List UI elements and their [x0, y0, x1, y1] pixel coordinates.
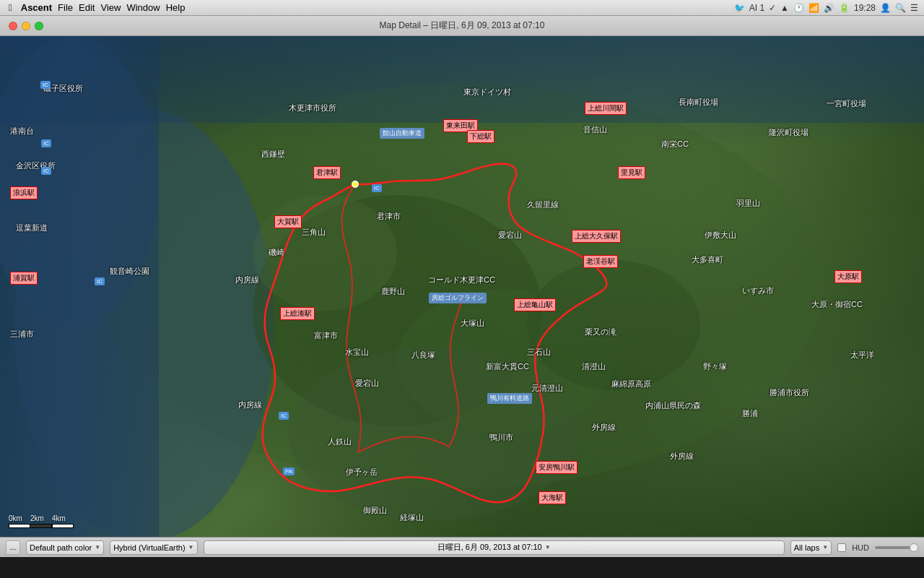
window-menu[interactable]: Window	[123, 2, 162, 13]
wifi-icon: ▲	[780, 3, 789, 13]
date-arrow: ▼	[545, 544, 551, 551]
twitter-icon: 🐦	[734, 3, 745, 13]
close-button[interactable]	[9, 22, 17, 30]
system-time: 19:28	[854, 3, 876, 13]
hud-label: HUD	[852, 543, 869, 552]
scale-0km: 0km	[9, 514, 30, 522]
laps-selector[interactable]: All laps ▼	[790, 540, 832, 555]
hud-slider[interactable]	[875, 546, 918, 549]
ai-indicator: AI 1	[749, 3, 764, 13]
dots-button[interactable]: ...	[6, 540, 20, 555]
map-type-selector[interactable]: Hybrid (VirtualEarth) ▼	[110, 540, 197, 555]
wifi-signal: 📶	[808, 3, 819, 13]
edit-menu[interactable]: Edit	[76, 2, 97, 13]
map-type-label: Hybrid (VirtualEarth)	[113, 543, 185, 552]
help-menu[interactable]: Help	[163, 2, 188, 13]
search-icon[interactable]: 🔍	[895, 3, 906, 13]
checkmark-icon: ✓	[769, 3, 776, 13]
scale-bar-labels: 0km 2km 4km	[9, 514, 74, 522]
battery-icon: 🔋	[839, 3, 850, 13]
window-title: Map Detail – 日曜日, 6月 09, 2013 at 07:10	[380, 20, 545, 32]
volume-icon: 🔊	[824, 3, 834, 13]
scale-seg-3	[52, 524, 74, 528]
minimize-button[interactable]	[22, 22, 30, 30]
apple-menu[interactable]: 	[6, 2, 15, 13]
scale-2km: 2km	[30, 514, 52, 522]
date-label: 日曜日, 6月 09, 2013 at 07:10	[437, 542, 542, 553]
scale-4km: 4km	[52, 514, 74, 522]
app-name-menu[interactable]: Ascent	[18, 2, 55, 13]
water-top	[0, 36, 924, 144]
user-icon: 👤	[880, 3, 891, 13]
laps-arrow: ▼	[822, 544, 828, 551]
macos-menubar:  Ascent File Edit View Window Help 🐦 AI…	[0, 0, 924, 16]
view-menu[interactable]: View	[97, 2, 123, 13]
map-type-arrow: ▼	[188, 544, 194, 551]
path-color-label: Default path color	[30, 543, 92, 552]
hud-checkbox[interactable]	[837, 543, 846, 552]
scale-seg-1	[9, 524, 30, 528]
date-selector[interactable]: 日曜日, 6月 09, 2013 at 07:10 ▼	[204, 540, 785, 555]
path-color-arrow: ▼	[95, 544, 100, 551]
laps-label: All laps	[794, 543, 819, 552]
hud-slider-thumb	[910, 543, 918, 552]
list-icon[interactable]: ☰	[910, 3, 918, 13]
file-menu[interactable]: File	[55, 2, 76, 13]
start-marker	[352, 181, 359, 188]
scale-bar: 0km 2km 4km	[9, 514, 74, 528]
system-tray: 🐦 AI 1 ✓ ▲ 🕐 📶 🔊 🔋 19:28 👤 🔍 ☰	[734, 0, 918, 16]
scale-seg-2	[30, 524, 52, 528]
scale-bar-graphic	[9, 524, 74, 528]
map-container[interactable]: 磯子区役所 木更津市役所 東京ドイツ村 長南町役場 一宮町役場 港南台 西鎌壁 …	[0, 36, 924, 537]
maximize-button[interactable]	[35, 22, 43, 30]
path-color-selector[interactable]: Default path color ▼	[26, 540, 104, 555]
window-chrome: Map Detail – 日曜日, 6月 09, 2013 at 07:10	[0, 16, 924, 36]
bottom-toolbar: ... Default path color ▼ Hybrid (Virtual…	[0, 537, 924, 557]
clock-icon: 🕐	[793, 3, 804, 13]
traffic-lights	[9, 22, 43, 30]
